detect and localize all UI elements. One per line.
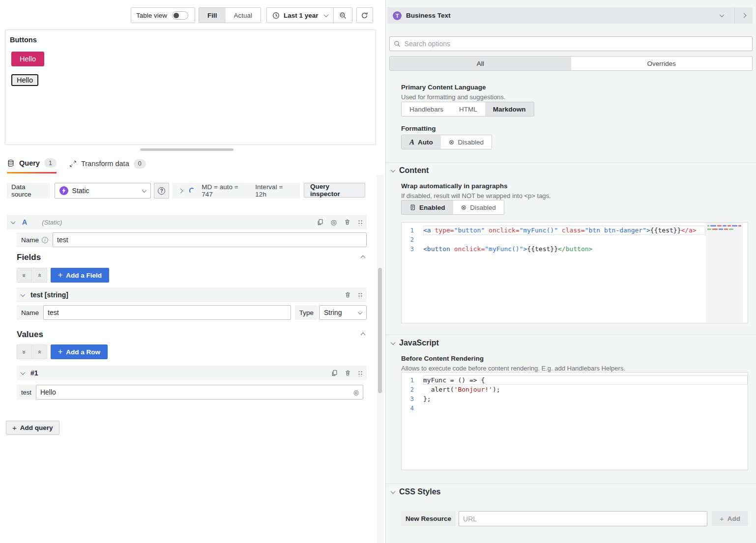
query-row-header[interactable]: A (Static) ◎ [7, 215, 367, 229]
collapse-all-fields-button[interactable]: » [17, 268, 32, 283]
values-heading: Values [17, 330, 43, 340]
query-inspector-label: Query inspector [310, 183, 359, 198]
fill-option[interactable]: Fill [199, 8, 226, 23]
add-resource-button[interactable]: + Add [712, 511, 748, 526]
content-code-editor[interactable]: 1<a type="button" onclick="myFunc()" cla… [401, 222, 748, 323]
datasource-picker[interactable]: Static [55, 183, 151, 199]
actual-option[interactable]: Actual [226, 8, 261, 23]
add-query-button[interactable]: + Add query [6, 421, 59, 435]
search-options-input[interactable] [405, 40, 748, 48]
chevron-right-icon [178, 188, 183, 193]
preview-value-icon[interactable]: ◎ [353, 389, 359, 396]
field-name-label: Name [17, 305, 43, 320]
drag-handle-icon[interactable] [358, 292, 362, 298]
scrollbar-track[interactable] [377, 175, 384, 543]
row-value-input[interactable] [40, 388, 353, 396]
pane-resize-handle[interactable] [140, 148, 233, 151]
field-name-input[interactable] [48, 309, 287, 316]
chevron-down-icon [391, 340, 396, 345]
collapse-fields-icon[interactable] [361, 255, 366, 260]
add-field-button[interactable]: + Add a Field [51, 268, 109, 283]
minimap[interactable] [706, 223, 743, 322]
resource-url-input[interactable] [463, 515, 703, 523]
collapse-row-icon[interactable] [21, 370, 26, 375]
refresh-icon [361, 12, 368, 19]
drag-handle-icon[interactable] [358, 219, 362, 226]
expand-all-rows-button[interactable]: » [32, 344, 47, 359]
datasource-help-button[interactable]: ? [154, 183, 169, 199]
code-line[interactable]: 1myFunc = () => { [402, 375, 748, 385]
collapse-query-icon[interactable] [11, 219, 16, 224]
javascript-section-header[interactable]: JavaScript [391, 339, 439, 347]
language-description: Used for formatting and suggestions. [401, 93, 505, 101]
time-range-picker[interactable]: Last 1 year [267, 8, 333, 23]
table-view-switch[interactable] [172, 11, 188, 20]
css-styles-section-header[interactable]: CSS Styles [391, 487, 440, 496]
drag-handle-icon[interactable] [358, 370, 362, 376]
chevron-down-icon [391, 489, 396, 494]
table-view-label: Table view [136, 12, 167, 19]
tab-overrides[interactable]: Overrides [571, 57, 753, 70]
code-line[interactable]: 2 [402, 235, 705, 244]
value-input-row: test ◎ [17, 385, 363, 400]
language-option-markdown[interactable]: Markdown [485, 102, 534, 116]
max-data-points: MD = auto = 747 [202, 183, 248, 198]
content-heading: Content [399, 166, 429, 175]
plus-icon: + [12, 424, 17, 432]
delete-field-button[interactable] [345, 291, 351, 298]
tab-query-label: Query [19, 159, 40, 167]
fields-actions: » » + Add a Field [17, 268, 109, 283]
wrap-option-disabled[interactable]: ⊗ Disabled [453, 200, 504, 214]
tab-query[interactable]: Query 1 [7, 158, 57, 173]
refresh-button[interactable] [356, 7, 373, 23]
field-type-select[interactable]: String [319, 305, 367, 320]
javascript-heading: JavaScript [399, 339, 439, 347]
code-line[interactable]: 3<button onclick="myFunc()">{{test}}</bu… [402, 244, 705, 254]
chevron-right-icon [741, 13, 746, 18]
query-count-badge: 1 [44, 158, 57, 168]
field-type-label: Type [295, 305, 318, 320]
trash-icon [344, 219, 350, 226]
values-actions: » » + Add a Row [17, 344, 108, 359]
formatting-option-disabled[interactable]: ⊗ Disabled [441, 135, 492, 149]
line-number: 3 [402, 244, 423, 254]
content-section-header[interactable]: Content [391, 166, 429, 175]
javascript-code-editor[interactable]: 1myFunc = () => {2 alert('Bonjour!');3};… [401, 372, 748, 470]
field-row-header[interactable]: test [string] [17, 287, 367, 302]
collapse-values-icon[interactable] [361, 332, 366, 337]
add-row-button[interactable]: + Add a Row [51, 344, 108, 359]
language-option-html[interactable]: HTML [451, 102, 485, 116]
formatting-option-auto[interactable]: A Auto [402, 135, 441, 149]
language-option-handlebars[interactable]: Handlebars [402, 102, 451, 116]
scrollbar-thumb[interactable] [378, 268, 382, 393]
loading-spinner-icon [189, 188, 195, 194]
code-line[interactable]: 2 alert('Bonjour!'); [402, 385, 748, 394]
delete-row-button[interactable] [345, 370, 351, 376]
query-inspector-button[interactable]: Query inspector [304, 183, 365, 198]
danger-hello-button[interactable]: Hello [11, 52, 44, 66]
circle-x-icon: ⊗ [449, 138, 455, 146]
collapse-options-button[interactable] [734, 7, 753, 24]
collapse-field-icon[interactable] [21, 292, 26, 297]
duplicate-row-button[interactable] [331, 370, 338, 376]
code-line[interactable]: 1<a type="button" onclick="myFunc()" cla… [402, 226, 705, 235]
zoom-out-button[interactable] [333, 8, 352, 23]
tab-transform-data[interactable]: Transform data 0 [69, 159, 146, 173]
code-line[interactable]: 4 [402, 403, 748, 413]
collapse-all-rows-button[interactable]: » [17, 344, 32, 359]
disable-query-button[interactable]: ◎ [331, 218, 337, 226]
query-name-input[interactable] [57, 236, 362, 244]
row-header-label: #1 [30, 369, 38, 377]
query-name-row: Name i [17, 232, 367, 247]
query-ref-id: A [22, 218, 27, 226]
code-line[interactable]: 3}; [402, 394, 748, 403]
duplicate-query-button[interactable] [317, 219, 323, 226]
expand-all-fields-button[interactable]: » [32, 268, 47, 283]
value-row-header[interactable]: #1 [17, 366, 367, 380]
wrap-option-enabled[interactable]: Enabled [402, 200, 453, 214]
default-hello-button[interactable]: Hello [11, 74, 38, 86]
query-options-summary[interactable]: MD = auto = 747 Interval = 12h [173, 183, 300, 199]
visualization-picker[interactable]: T Business Text [387, 7, 753, 24]
tab-all[interactable]: All [390, 57, 571, 70]
delete-query-button[interactable] [344, 219, 350, 226]
